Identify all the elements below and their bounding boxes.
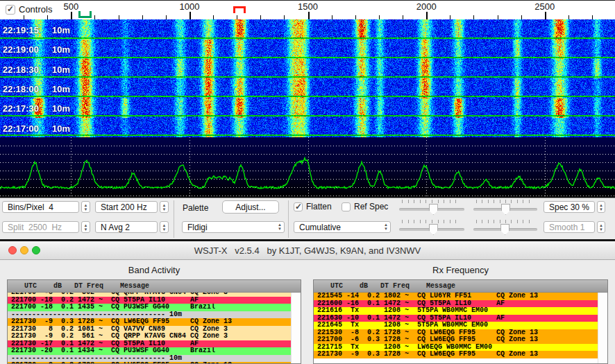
rx-frequency-title: Rx Frequency — [313, 265, 608, 275]
decode-row[interactable]: 221715 Tx 1208 ~ LW6EQG WB0MMC EM00 — [314, 344, 598, 352]
start-hz-stepper[interactable]: ▲▼ — [160, 201, 169, 213]
decode-row[interactable]: 221730 8 0.2 1081 ~ CQ VA7VV CN89 CQ Zon… — [8, 326, 291, 333]
n-avg-spinbox[interactable]: N Avg 2 — [95, 221, 158, 233]
flatten-checkbox[interactable] — [294, 202, 303, 211]
wsjtx-screen: Controls 5001000150020002500 22:19:1510m… — [0, 0, 615, 364]
slider-ticks — [476, 200, 534, 203]
waterfall-band-label: 10m — [52, 84, 70, 94]
rx-frequency-rows: 221545 -14 0.2 1802 ~ CQ LU6YR FF51 CQ Z… — [314, 293, 598, 363]
divider — [288, 200, 289, 238]
bins-per-pixel-stepper[interactable]: ▲▼ — [81, 201, 90, 213]
band-activity-title: Band Activity — [7, 265, 301, 275]
waterfall-gain-slider[interactable] — [399, 199, 464, 217]
decode-row[interactable]: 221730 -9 0.3 1728 ~ CQ LW6EQG FF95 CQ Z… — [314, 351, 598, 358]
decode-row[interactable]: 221730 -9 0.2 561 ~ CQ QRPP K7AVG CN84 C… — [8, 333, 291, 340]
rx-frequency-header: UTC dB DT Freq Message — [314, 280, 607, 293]
adjust-button[interactable]: Adjust... — [222, 200, 279, 214]
divider — [174, 200, 174, 238]
smooth-stepper[interactable]: ▲▼ — [597, 221, 605, 233]
waterfall-canvas[interactable] — [0, 19, 615, 137]
waterfall-timestamp: 22:18:00 — [3, 84, 39, 94]
band-activity-rows: 221700 -8 0.2 562 ~ CQ QRPP K7AVG CN84 C… — [8, 293, 291, 363]
decode-row[interactable]: 221730 -17 0.1 1472 ~ CQ 5T5PA IL10 AF — [8, 340, 291, 348]
ruler-tick-label: 2000 — [416, 1, 437, 12]
band-activity-table: UTC dB DT Freq Message 221700 -8 0.2 562… — [7, 279, 301, 364]
waterfall-timestamp: 22:18:30 — [3, 64, 39, 75]
rx-frequency-table: UTC dB DT Freq Message 221545 -14 0.2 18… — [313, 279, 608, 364]
ruler-tick-label: 1000 — [179, 1, 199, 12]
slider-ticks — [402, 200, 462, 203]
ruler-tick-label: 500 — [64, 1, 79, 12]
decode-row[interactable]: 221630 -10 0.1 1472 ~ CQ 5T5PA IL10 AF — [314, 315, 598, 322]
decode-row[interactable]: 221730 -9 0.3 1728 ~ CQ LW6EQG FF95 CQ Z… — [8, 318, 291, 326]
wide-graph-controls: Bins/Pixel 4 ▲▼ Start 200 Hz ▲▼ Split 25… — [0, 198, 615, 239]
tx-frequency-marker[interactable] — [233, 6, 246, 13]
waterfall-zero-slider[interactable] — [473, 199, 537, 217]
waterfall-band-label: 10m — [52, 44, 70, 55]
split-stepper[interactable]: ▲▼ — [81, 221, 90, 233]
waterfall-timestamp: 22:19:00 — [3, 44, 39, 55]
spectrum-canvas[interactable] — [0, 137, 615, 198]
palette-combobox[interactable]: Fldigi ▲▼ — [182, 221, 285, 233]
slider-ticks — [402, 220, 462, 223]
display-mode-combobox-value: Cumulative — [299, 223, 341, 232]
waterfall-band-label: 10m — [52, 25, 70, 35]
decode-row[interactable]: 221530 -8 0.2 1728 ~ CQ LW6EQG FF95 CQ Z… — [314, 329, 598, 337]
slider-thumb[interactable] — [501, 204, 510, 215]
start-hz-spinbox[interactable]: Start 200 Hz — [95, 201, 158, 213]
spec-percent-spinbox[interactable]: Spec 30 % — [544, 201, 595, 213]
chevron-up-down-icon: ▲▼ — [278, 223, 282, 231]
n-avg-stepper[interactable]: ▲▼ — [160, 221, 169, 233]
waterfall-band-label: 10m — [52, 103, 70, 114]
slider-thumb[interactable] — [429, 204, 438, 215]
waterfall-timestamp: 22:17:00 — [3, 123, 39, 134]
main-window-titlebar[interactable]: WSJT-X v2.5.4 by K1JT, G4WJS, K9AN, and … — [0, 241, 615, 260]
spectrum-gain-slider[interactable] — [399, 219, 464, 237]
wide-graph-ruler: Controls 5001000150020002500 — [0, 0, 615, 19]
smooth-spinbox[interactable]: Smooth 1 — [544, 221, 595, 233]
controls-checkbox-group[interactable]: Controls — [6, 4, 52, 15]
decode-row[interactable]: 221700 -18 0.1 1435 ~ CQ PU3WSF GG40 Bra… — [8, 304, 291, 311]
band-activity-header: UTC dB DT Freq Message — [8, 280, 301, 293]
separator-row: ------------------------------------- 10… — [8, 311, 291, 319]
bins-per-pixel-spinbox[interactable]: Bins/Pixel 4 — [2, 201, 79, 213]
controls-label: Controls — [19, 4, 52, 15]
palette-label: Palette — [183, 203, 208, 213]
display-mode-combobox[interactable]: Cumulative ▲▼ — [294, 221, 391, 233]
flatten-label: Flatten — [306, 202, 332, 211]
slider-thumb[interactable] — [500, 224, 509, 235]
decode-row[interactable]: 221545 -14 0.2 1802 ~ CQ LU6YR FF51 CQ Z… — [314, 293, 598, 300]
waterfall-band-label: 10m — [52, 123, 70, 134]
rx-frequency-marker[interactable] — [78, 11, 92, 18]
waterfall-timestamp: 22:17:30 — [3, 103, 39, 114]
decode-row[interactable]: 221730 -9 0.3 1728 ~ CQ LW6EQG FF95 CQ Z… — [8, 362, 291, 363]
separator-row: ------------------------------------- 10… — [8, 355, 291, 363]
decode-row[interactable]: 221616 Tx 1208 ~ 5T5PA WB0MMC EM00 — [314, 307, 598, 315]
decode-row[interactable]: 221730 -20 0.1 1434 ~ CQ PU3WSF GG40 Bra… — [8, 347, 291, 355]
chevron-up-down-icon: ▲▼ — [384, 223, 388, 231]
rx-frequency-scrollbar[interactable] — [598, 293, 607, 363]
ref-spec-label: Ref Spec — [354, 202, 388, 211]
decode-row[interactable]: 221600 -16 0.1 1472 ~ CQ 5T5PA IL10 AF — [314, 300, 598, 308]
ruler-tick-label: 2500 — [534, 1, 555, 12]
spec-percent-stepper[interactable]: ▲▼ — [597, 201, 605, 213]
ruler-tick-label: 1500 — [298, 1, 318, 12]
decode-row[interactable]: 221700 -18 0.2 1472 ~ CQ 5T5PA IL10 AF — [8, 297, 291, 304]
spectrum-zero-slider[interactable] — [473, 219, 537, 237]
window-title: WSJT-X v2.5.4 by K1JT, G4WJS, K9AN, and … — [0, 245, 615, 256]
decode-row[interactable]: 221700 -6 0.3 1728 ~ CQ LW6EQG FF95 CQ Z… — [314, 336, 598, 344]
decode-row[interactable]: 221645 Tx 1208 ~ 5T5PA WB0MMC EM00 — [314, 322, 598, 329]
palette-combobox-value: Fldigi — [187, 223, 208, 232]
split-spinbox[interactable]: Split 2500 Hz — [2, 221, 79, 233]
slider-ticks — [476, 220, 534, 223]
ref-spec-checkbox-group[interactable]: Ref Spec — [342, 202, 388, 211]
ref-spec-checkbox[interactable] — [342, 202, 351, 211]
waterfall-timestamp: 22:19:15 — [3, 25, 39, 35]
waterfall-band-label: 10m — [52, 64, 70, 75]
waterfall[interactable]: 22:19:1510m22:19:0010m22:18:3010m22:18:0… — [0, 19, 615, 137]
band-activity-scrollbar[interactable] — [291, 293, 301, 363]
slider-thumb[interactable] — [429, 224, 438, 235]
controls-checkbox[interactable] — [6, 5, 15, 15]
flatten-checkbox-group[interactable]: Flatten — [294, 202, 332, 211]
